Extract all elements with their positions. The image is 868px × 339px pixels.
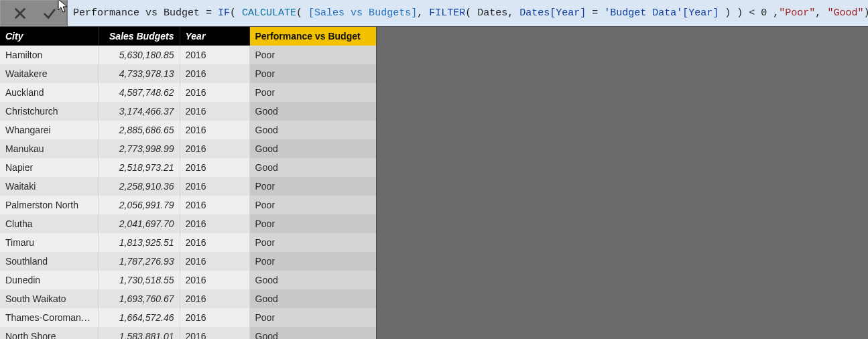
cell-city[interactable]: Waitaki	[0, 177, 98, 196]
cell-city[interactable]: Timaru	[0, 233, 98, 252]
cell-budget[interactable]: 1,693,760.67	[98, 289, 180, 308]
cell-city[interactable]: Christchurch	[0, 102, 98, 121]
cell-budget[interactable]: 2,041,697.70	[98, 214, 180, 233]
table-row[interactable]: Christchurch3,174,466.372016Good	[0, 102, 377, 121]
formula-token: (	[465, 7, 477, 19]
table-row[interactable]: Whangarei2,885,686.652016Good	[0, 121, 377, 139]
cell-year[interactable]: 2016	[180, 46, 249, 64]
formula-token: ) ) <	[719, 7, 761, 19]
cell-year[interactable]: 2016	[180, 158, 249, 177]
cell-perf[interactable]: Good	[249, 102, 377, 121]
cell-budget[interactable]: 2,773,998.99	[98, 139, 180, 158]
cell-budget[interactable]: 2,518,973.21	[98, 158, 180, 177]
table-row[interactable]: Dunedin1,730,518.552016Good	[0, 271, 377, 289]
cell-perf[interactable]: Good	[249, 158, 377, 177]
cell-perf[interactable]: Good	[249, 271, 377, 289]
cell-budget[interactable]: 5,630,180.85	[98, 46, 180, 64]
header-year[interactable]: Year	[180, 27, 249, 46]
cell-year[interactable]: 2016	[180, 289, 249, 308]
cell-city[interactable]: Dunedin	[0, 271, 98, 289]
cell-city[interactable]: Hamilton	[0, 46, 98, 64]
cell-budget[interactable]: 2,885,686.65	[98, 121, 180, 139]
header-budget[interactable]: Sales Budgets	[98, 27, 180, 46]
cell-perf[interactable]: Poor	[249, 64, 377, 83]
table-row[interactable]: Hamilton5,630,180.852016Poor	[0, 46, 377, 64]
cell-budget[interactable]: 2,258,910.36	[98, 177, 180, 196]
cell-perf[interactable]: Good	[249, 327, 377, 339]
cell-budget[interactable]: 1,664,572.46	[98, 308, 180, 327]
cell-city[interactable]: South Waikato	[0, 289, 98, 308]
cell-budget[interactable]: 1,583,881.01	[98, 327, 180, 339]
cell-year[interactable]: 2016	[180, 196, 249, 214]
cell-budget[interactable]: 2,056,991.79	[98, 196, 180, 214]
cell-perf[interactable]: Poor	[249, 46, 377, 64]
cell-year[interactable]: 2016	[180, 177, 249, 196]
formula-token: ,	[417, 7, 429, 19]
cell-city[interactable]: Napier	[0, 158, 98, 177]
header-city[interactable]: City	[0, 27, 98, 46]
cell-city[interactable]: Thames-Coromandel	[0, 308, 98, 327]
table-row[interactable]: Thames-Coromandel1,664,572.462016Poor	[0, 308, 377, 327]
table-row[interactable]: Auckland4,587,748.622016Poor	[0, 83, 377, 102]
cell-year[interactable]: 2016	[180, 233, 249, 252]
cell-year[interactable]: 2016	[180, 102, 249, 121]
cell-city[interactable]: Auckland	[0, 83, 98, 102]
cell-year[interactable]: 2016	[180, 139, 249, 158]
cell-budget[interactable]: 3,174,466.37	[98, 102, 180, 121]
formula-token: Dates	[477, 7, 507, 19]
table-row[interactable]: Waitakere4,733,978.132016Poor	[0, 64, 377, 83]
header-row: City Sales Budgets Year Performance vs B…	[0, 27, 377, 46]
cell-perf[interactable]: Poor	[249, 308, 377, 327]
cell-budget[interactable]: 1,730,518.55	[98, 271, 180, 289]
cell-city[interactable]: Whangarei	[0, 121, 98, 139]
cell-perf[interactable]: Good	[249, 139, 377, 158]
cell-year[interactable]: 2016	[180, 64, 249, 83]
commit-icon[interactable]	[42, 6, 57, 21]
formula-token: ,	[815, 7, 827, 19]
formula-controls	[0, 0, 68, 26]
cell-perf[interactable]: Poor	[249, 252, 377, 271]
table-row[interactable]: Southland1,787,276.932016Poor	[0, 252, 377, 271]
cell-perf[interactable]: Poor	[249, 177, 377, 196]
cancel-icon[interactable]	[13, 6, 27, 21]
cell-city[interactable]: Southland	[0, 252, 98, 271]
cell-perf[interactable]: Poor	[249, 214, 377, 233]
cell-perf[interactable]: Poor	[249, 233, 377, 252]
cell-perf[interactable]: Poor	[249, 196, 377, 214]
table-row[interactable]: Manukau2,773,998.992016Good	[0, 139, 377, 158]
cell-year[interactable]: 2016	[180, 271, 249, 289]
header-performance[interactable]: Performance vs Budget	[249, 27, 377, 46]
formula-token: "Poor"	[779, 7, 815, 19]
cell-budget[interactable]: 4,733,978.13	[98, 64, 180, 83]
table-row[interactable]: North Shore1,583,881.012016Good	[0, 327, 377, 339]
cell-perf[interactable]: Good	[249, 289, 377, 308]
table-row[interactable]: Clutha2,041,697.702016Poor	[0, 214, 377, 233]
cell-year[interactable]: 2016	[180, 83, 249, 102]
cell-year[interactable]: 2016	[180, 308, 249, 327]
cell-budget[interactable]: 1,787,276.93	[98, 252, 180, 271]
table-row[interactable]: Timaru1,813,925.512016Poor	[0, 233, 377, 252]
cell-city[interactable]: Manukau	[0, 139, 98, 158]
formula-token: [Sales vs Budgets]	[308, 7, 417, 19]
table-row[interactable]: South Waikato1,693,760.672016Good	[0, 289, 377, 308]
data-table-wrap: City Sales Budgets Year Performance vs B…	[0, 27, 377, 339]
table-row[interactable]: Palmerston North2,056,991.792016Poor	[0, 196, 377, 214]
cell-perf[interactable]: Good	[249, 121, 377, 139]
cell-city[interactable]: Waitakere	[0, 64, 98, 83]
cell-perf[interactable]: Poor	[249, 83, 377, 102]
cell-year[interactable]: 2016	[180, 121, 249, 139]
formula-token: 0	[761, 7, 767, 19]
cell-year[interactable]: 2016	[180, 327, 249, 339]
formula-input[interactable]: Performance vs Budget = IF( CALCULATE( […	[68, 0, 868, 26]
cell-city[interactable]: Palmerston North	[0, 196, 98, 214]
data-table: City Sales Budgets Year Performance vs B…	[0, 27, 377, 339]
cell-city[interactable]: North Shore	[0, 327, 98, 339]
cell-budget[interactable]: 1,813,925.51	[98, 233, 180, 252]
cell-year[interactable]: 2016	[180, 252, 249, 271]
cell-year[interactable]: 2016	[180, 214, 249, 233]
formula-token: (	[230, 7, 242, 19]
table-row[interactable]: Waitaki2,258,910.362016Poor	[0, 177, 377, 196]
cell-budget[interactable]: 4,587,748.62	[98, 83, 180, 102]
table-row[interactable]: Napier2,518,973.212016Good	[0, 158, 377, 177]
cell-city[interactable]: Clutha	[0, 214, 98, 233]
